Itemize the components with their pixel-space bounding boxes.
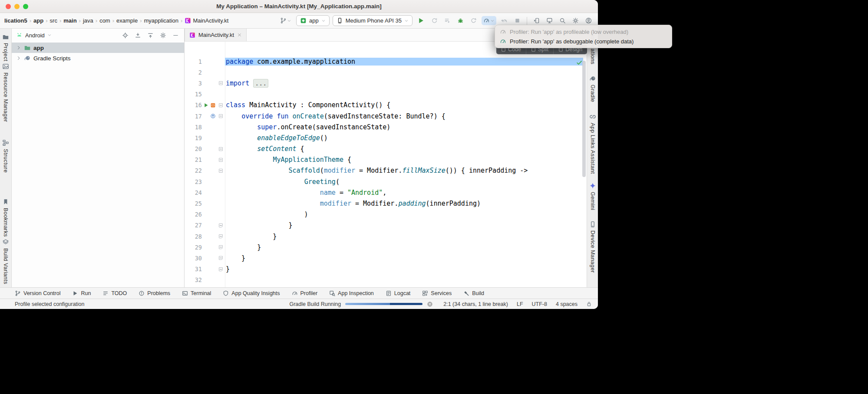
stripe-item-bookmarks[interactable]: Bookmarks <box>2 197 9 238</box>
collapse-all-button[interactable] <box>134 31 142 39</box>
breadcrumb-item-src[interactable]: src <box>49 17 58 24</box>
line-separator-widget[interactable]: LF <box>517 301 523 307</box>
fold-column[interactable] <box>217 158 225 162</box>
profiler-option-2[interactable]: Profiler: Run 'app' as debuggable (compl… <box>498 36 669 46</box>
fold-column[interactable] <box>217 103 225 107</box>
breadcrumb-item-lication5[interactable]: lication5 <box>3 17 28 24</box>
code-text[interactable]: } <box>225 221 583 229</box>
code-text[interactable]: name = "Android", <box>225 189 583 197</box>
profiler-button[interactable] <box>482 16 496 25</box>
fold-column[interactable] <box>217 114 225 118</box>
class-gutter-icon[interactable] <box>210 102 216 108</box>
debug-button[interactable] <box>455 16 465 25</box>
breadcrumb-item-app[interactable]: app <box>33 17 44 24</box>
fold-start-marker[interactable] <box>219 81 223 85</box>
apply-changes-button[interactable] <box>469 16 479 25</box>
code-text[interactable]: setContent { <box>225 145 583 153</box>
stripe-item-build-variants[interactable]: Build Variants <box>2 238 9 285</box>
fold-start-marker[interactable] <box>219 158 223 162</box>
toolwindow-todo[interactable]: TODO <box>102 290 127 296</box>
code-text[interactable]: import ... <box>225 79 583 87</box>
toolwindow-version-control[interactable]: Version Control <box>15 290 60 296</box>
stripe-item-gemini[interactable]: Gemini <box>589 181 596 211</box>
fold-column[interactable] <box>217 245 225 249</box>
device-mirroring-button[interactable] <box>531 16 541 25</box>
breadcrumb-item-mainactivity-kt[interactable]: MainActivity.kt <box>184 17 229 24</box>
zoom-window-button[interactable] <box>23 4 28 9</box>
run-config-select[interactable]: app <box>296 15 330 26</box>
project-view-selector[interactable]: Android <box>16 32 52 39</box>
breadcrumb-item-com[interactable]: com <box>99 17 111 24</box>
code-text[interactable]: enableEdgeToEdge() <box>225 134 583 142</box>
cancel-build-icon[interactable] <box>427 301 433 307</box>
sdk-manager-button[interactable] <box>545 16 554 25</box>
fold-end-marker[interactable] <box>219 245 223 249</box>
minimize-window-button[interactable] <box>14 4 20 9</box>
code-text[interactable]: Greeting( <box>225 178 583 186</box>
code-text[interactable]: } <box>225 243 583 251</box>
toolwindow-build[interactable]: Build <box>463 290 484 296</box>
fold-column[interactable] <box>217 223 225 227</box>
fold-column[interactable] <box>217 169 225 173</box>
stripe-item-resource-manager[interactable]: Resource Manager <box>2 62 9 123</box>
tab-mainactivity[interactable]: MainActivity.kt <box>185 29 247 41</box>
inspections-ok-icon[interactable] <box>576 59 583 66</box>
search-everywhere-button[interactable] <box>558 16 568 25</box>
toolwindow-terminal[interactable]: Terminal <box>182 290 211 296</box>
tree-row-gradle-scripts[interactable]: Gradle Scripts <box>12 53 184 63</box>
breadcrumb-item-myapplication[interactable]: myapplication <box>143 17 180 24</box>
fold-end-marker[interactable] <box>219 267 223 271</box>
code-text[interactable]: Scaffold(modifier = Modifier.fillMaxSize… <box>225 167 583 174</box>
fold-column[interactable] <box>217 267 225 271</box>
toolwindow-profiler[interactable]: Profiler <box>292 290 318 296</box>
stop-button[interactable] <box>512 16 522 25</box>
toolwindow-run[interactable]: Run <box>72 290 91 296</box>
breadcrumb-item-java[interactable]: java <box>82 17 94 24</box>
expand-all-button[interactable] <box>146 31 155 39</box>
device-select[interactable]: Medium Phone API 35 <box>333 15 413 26</box>
fold-start-marker[interactable] <box>219 169 223 173</box>
build-menu-button[interactable] <box>442 16 452 25</box>
code-text[interactable]: MyApplicationTheme { <box>225 156 583 164</box>
stripe-item-app-links-assistant[interactable]: App Links Assistant <box>589 112 596 175</box>
profiler-option-1[interactable]: Profiler: Run 'app' as profileable (low … <box>498 27 669 36</box>
toolwindow-problems[interactable]: Problems <box>139 290 170 296</box>
override-gutter-icon[interactable] <box>210 113 216 119</box>
fold-column[interactable] <box>217 81 225 85</box>
code-text[interactable]: ) <box>225 210 583 218</box>
fold-end-marker[interactable] <box>219 234 223 238</box>
breadcrumb-item-example[interactable]: example <box>116 17 139 24</box>
settings-button[interactable] <box>571 16 581 25</box>
toolwindow-app-quality-insights[interactable]: App Quality Insights <box>223 290 280 296</box>
fold-column[interactable] <box>217 147 225 151</box>
code-text[interactable]: modifier = Modifier.padding(innerPadding… <box>225 200 583 207</box>
caret-position-widget[interactable]: 2:1 (34 chars, 1 line break) <box>443 301 508 307</box>
fold-start-marker[interactable] <box>219 147 223 151</box>
fold-end-marker[interactable] <box>219 223 223 227</box>
fold-column[interactable] <box>217 234 225 238</box>
toolwindow-logcat[interactable]: Logcat <box>386 290 411 296</box>
encoding-widget[interactable]: UTF-8 <box>532 301 547 307</box>
code-text[interactable]: override fun onCreate(savedInstanceState… <box>225 112 583 120</box>
run-gutter-icon[interactable] <box>203 102 209 108</box>
code-text[interactable]: super.onCreate(savedInstanceState) <box>225 123 583 131</box>
stripe-item-project[interactable]: Project <box>2 33 9 62</box>
stripe-item-device-manager[interactable]: Device Manager <box>589 220 596 274</box>
toolwindow-app-inspection[interactable]: App Inspection <box>329 290 374 296</box>
attach-profiler-button[interactable] <box>499 16 509 25</box>
fold-column[interactable] <box>217 256 225 260</box>
fold-start-marker[interactable] <box>219 103 223 107</box>
rerun-button[interactable] <box>429 16 439 25</box>
profile-account-button[interactable] <box>584 16 594 25</box>
hide-panel-button[interactable] <box>172 31 180 39</box>
run-button[interactable] <box>416 16 426 26</box>
code-text[interactable]: } <box>225 233 583 240</box>
vcs-widget-button[interactable] <box>278 16 293 25</box>
fold-start-marker[interactable] <box>219 114 223 118</box>
indent-widget[interactable]: 4 spaces <box>556 301 578 307</box>
stripe-item-gradle[interactable]: Gradle <box>589 74 596 103</box>
toolwindow-services[interactable]: Services <box>422 290 452 296</box>
tree-row-app[interactable]: app <box>12 43 184 53</box>
breadcrumb-item-main[interactable]: main <box>63 17 77 24</box>
panel-settings-button[interactable] <box>159 31 167 39</box>
